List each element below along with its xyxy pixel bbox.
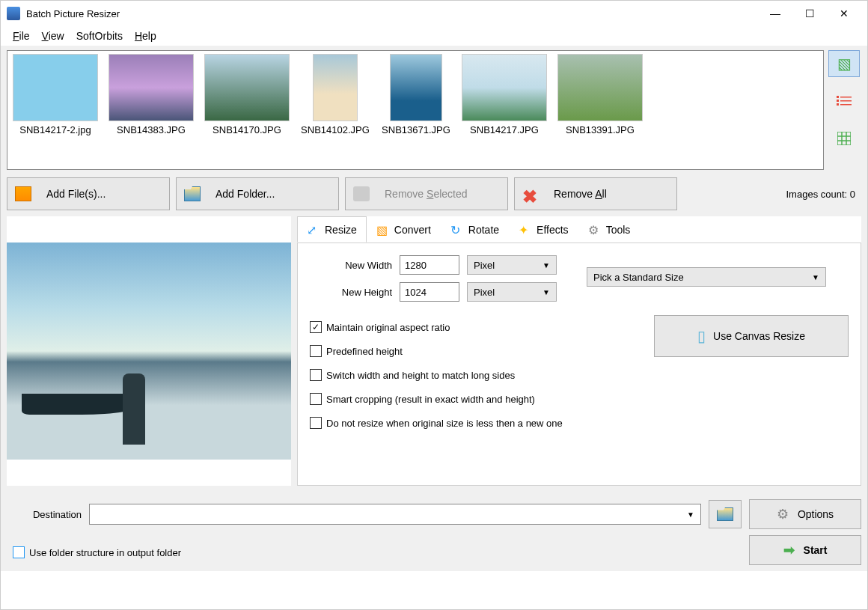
- tab-tools[interactable]: ⚙ Tools: [578, 216, 641, 243]
- options-button[interactable]: ⚙ Options: [749, 499, 861, 529]
- canvas-resize-label: Use Canvas Resize: [713, 330, 805, 342]
- resize-icon: ⤢: [307, 223, 320, 237]
- view-thumbnails-button[interactable]: ▧: [828, 50, 860, 77]
- thumbnail-item[interactable]: SNB14383.JPG: [106, 54, 196, 166]
- thumbnail-label: SNB14217.JPG: [470, 124, 539, 135]
- tab-rotate-label: Rotate: [468, 224, 499, 236]
- resize-panel: New Width Pixel ▼ New Height Pixel: [297, 243, 861, 486]
- new-height-label: New Height: [310, 287, 392, 298]
- maximize-button[interactable]: ☐: [792, 2, 827, 25]
- options-label: Options: [798, 508, 834, 520]
- titlebar: Batch Picture Resizer — ☐ ✕: [1, 1, 867, 26]
- menu-help[interactable]: Help: [129, 28, 162, 44]
- play-icon: ➡: [783, 542, 795, 558]
- thumbnail-item[interactable]: SNB14217.JPG: [459, 54, 549, 166]
- thumbnail-image: [109, 54, 194, 121]
- images-count-label: Images count: 0: [786, 189, 862, 200]
- minimize-button[interactable]: —: [758, 2, 792, 25]
- menu-view[interactable]: View: [36, 28, 70, 44]
- start-label: Start: [804, 544, 828, 556]
- switch-sides-label: Switch width and height to match long si…: [326, 370, 515, 381]
- use-folder-structure-checkbox[interactable]: [13, 546, 25, 558]
- remove-all-button[interactable]: ✖ Remove All: [514, 177, 677, 210]
- tab-area: ⤢ Resize ▧ Convert ↻ Rotate ✦ Effects ⚙: [297, 216, 861, 486]
- svg-rect-1: [840, 97, 852, 98]
- close-button[interactable]: ✕: [827, 2, 861, 25]
- thumbnail-item[interactable]: SNB13391.JPG: [555, 54, 645, 166]
- tab-resize[interactable]: ⤢ Resize: [297, 216, 367, 243]
- new-width-input[interactable]: [400, 255, 459, 275]
- bottom-row: Destination ▼ ⚙ Options: [7, 499, 861, 529]
- thumbnail-image: [390, 54, 442, 121]
- thumbnail-image: [13, 54, 98, 121]
- thumbnail-item[interactable]: SNB14170.JPG: [202, 54, 292, 166]
- maintain-ratio-checkbox[interactable]: ✓: [310, 321, 322, 333]
- app-icon: [7, 7, 20, 20]
- content-area: SNB14217-2.jpg SNB14383.JPG SNB14170.JPG…: [1, 46, 867, 571]
- preview-image: [7, 243, 291, 460]
- tab-rotate[interactable]: ↻ Rotate: [441, 216, 509, 243]
- effects-icon: ✦: [519, 223, 532, 237]
- view-list-button[interactable]: [828, 88, 860, 115]
- no-resize-smaller-checkbox[interactable]: [310, 417, 322, 429]
- view-grid-button[interactable]: [828, 125, 860, 152]
- thumbnail-label: SNB13671.JPG: [382, 124, 450, 135]
- remove-selected-label: Remove Selected: [385, 188, 468, 200]
- thumbnail-label: SNB14102.JPG: [301, 124, 370, 135]
- standard-size-select[interactable]: Pick a Standard Size ▼: [587, 267, 826, 287]
- remove-all-label: Remove All: [554, 188, 607, 200]
- window-controls: — ☐ ✕: [758, 2, 861, 25]
- width-unit-select[interactable]: Pixel ▼: [467, 255, 557, 275]
- thumbnail-row: SNB14217-2.jpg SNB14383.JPG SNB14170.JPG…: [7, 50, 861, 170]
- height-unit-value: Pixel: [474, 287, 495, 298]
- thumbnail-panel[interactable]: SNB14217-2.jpg SNB14383.JPG SNB14170.JPG…: [7, 50, 824, 170]
- predefined-height-label: Predefined height: [326, 346, 403, 357]
- thumbnail-image: [204, 54, 290, 121]
- canvas-resize-button[interactable]: ▯ Use Canvas Resize: [654, 315, 849, 357]
- convert-icon: ▧: [376, 223, 390, 237]
- use-folder-structure-label: Use folder structure in output folder: [29, 547, 181, 558]
- tab-effects[interactable]: ✦ Effects: [509, 216, 578, 243]
- height-unit-select[interactable]: Pixel ▼: [467, 282, 557, 302]
- smart-cropping-checkbox[interactable]: [310, 393, 322, 405]
- thumbnail-item[interactable]: SNB14217-2.jpg: [10, 54, 100, 166]
- tab-resize-label: Resize: [325, 224, 357, 236]
- eraser-icon: [353, 186, 370, 201]
- thumbnail-label: SNB14170.JPG: [213, 124, 281, 135]
- new-width-label: New Width: [310, 260, 392, 271]
- switch-sides-checkbox[interactable]: [310, 369, 322, 381]
- list-icon: [837, 96, 852, 106]
- image-icon: ▧: [837, 55, 852, 73]
- standard-size-value: Pick a Standard Size: [593, 272, 684, 283]
- remove-selected-button[interactable]: Remove Selected: [345, 177, 508, 210]
- start-button[interactable]: ➡ Start: [749, 535, 861, 565]
- width-unit-value: Pixel: [474, 260, 495, 271]
- new-height-input[interactable]: [400, 282, 459, 302]
- thumbnail-item[interactable]: SNB14102.JPG: [298, 54, 373, 166]
- svg-rect-5: [840, 104, 852, 106]
- menu-softorbits[interactable]: SoftOrbits: [70, 28, 129, 44]
- thumbnail-label: SNB13391.JPG: [566, 124, 635, 135]
- add-files-button[interactable]: Add File(s)...: [7, 177, 170, 210]
- svg-rect-3: [840, 100, 852, 102]
- thumbnail-image: [557, 54, 643, 121]
- add-folder-button[interactable]: Add Folder...: [176, 177, 339, 210]
- window-title: Batch Picture Resizer: [26, 8, 120, 19]
- folder-icon: [184, 186, 201, 201]
- menu-file[interactable]: File: [7, 28, 36, 44]
- gear-icon: ⚙: [777, 506, 789, 522]
- thumbnail-item[interactable]: SNB13671.JPG: [379, 54, 453, 166]
- smart-cropping-label: Smart cropping (result in exact width an…: [326, 394, 535, 405]
- chevron-down-icon: ▼: [542, 261, 550, 269]
- image-icon: [15, 186, 31, 201]
- browse-folder-button[interactable]: [709, 500, 742, 528]
- add-files-label: Add File(s)...: [46, 188, 106, 200]
- action-toolbar: Add File(s)... Add Folder... Remove Sele…: [7, 177, 861, 210]
- chevron-down-icon: ▼: [542, 288, 550, 296]
- destination-select[interactable]: ▼: [89, 504, 701, 525]
- svg-rect-0: [837, 96, 839, 98]
- svg-rect-2: [837, 100, 839, 102]
- predefined-height-checkbox[interactable]: [310, 345, 322, 357]
- main-row: ⤢ Resize ▧ Convert ↻ Rotate ✦ Effects ⚙: [7, 216, 861, 486]
- tab-convert[interactable]: ▧ Convert: [367, 216, 441, 243]
